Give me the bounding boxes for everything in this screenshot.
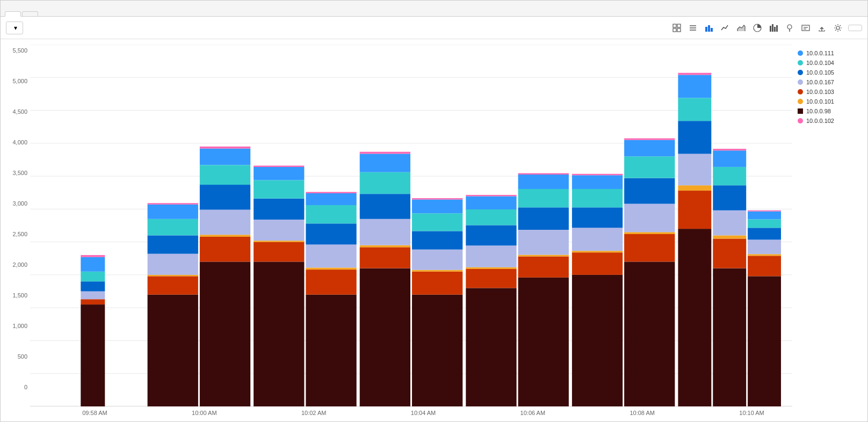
bar-segment (518, 207, 569, 230)
bar-segment (466, 225, 516, 245)
bar-segment (148, 254, 198, 275)
legend-item: 10.0.0.98 (798, 108, 857, 114)
bar-segment (518, 255, 569, 257)
bar-segment (360, 172, 410, 194)
legend-color (798, 108, 803, 114)
x-axis: 09:58 AM10:00 AM10:02 AM10:04 AM10:06 AM… (30, 406, 816, 421)
x-axis-label: 09:58 AM (82, 410, 107, 416)
svg-rect-13 (774, 27, 776, 32)
bar-segment (713, 210, 746, 236)
tab-messages[interactable] (5, 11, 21, 17)
bar-segment (306, 270, 356, 295)
list-icon[interactable] (687, 22, 699, 34)
bar-segment (81, 257, 105, 272)
bar-segment (624, 234, 675, 262)
bar-segment (466, 267, 516, 269)
time-compare-dropdown[interactable]: ▾ (6, 21, 23, 34)
chart-area: 5,5005,0004,5004,0003,5003,0002,5002,000… (1, 39, 867, 421)
pin-icon[interactable] (784, 22, 795, 34)
svg-rect-11 (770, 26, 771, 32)
bar-segment (572, 175, 623, 189)
table-icon[interactable] (671, 22, 683, 34)
bar-segment (624, 204, 675, 232)
toolbar-left: ▾ (6, 21, 23, 34)
bar-segment (466, 269, 516, 288)
line-chart-icon[interactable] (719, 22, 731, 34)
bar-segment (748, 228, 781, 239)
tab-bar (1, 1, 867, 17)
export-icon[interactable] (816, 22, 828, 34)
svg-rect-1 (677, 24, 681, 27)
area-chart-icon[interactable] (735, 22, 747, 34)
bar-segment (678, 75, 711, 98)
svg-point-21 (836, 26, 840, 30)
legend-item: 10.0.0.103 (798, 89, 857, 95)
y-axis-label: 5,500 (12, 47, 30, 54)
bar-segment (572, 251, 623, 252)
chevron-down-icon: ▾ (14, 24, 17, 32)
bar-segment (748, 276, 781, 406)
y-axis-label: 4,000 (12, 139, 30, 145)
svg-point-15 (787, 25, 792, 29)
bar-segment (713, 150, 746, 167)
bar-segment (148, 205, 198, 219)
y-axis-label: 4,500 (12, 108, 30, 115)
text-box-icon[interactable] (800, 22, 812, 34)
bar-segment (412, 213, 462, 231)
x-axis-label: 10:00 AM (192, 410, 216, 416)
bar-segment (306, 193, 356, 205)
legend-color (798, 70, 803, 75)
x-axis-label: 10:02 AM (301, 410, 326, 416)
legend-label: 10.0.0.111 (806, 50, 834, 56)
legend-label: 10.0.0.105 (806, 69, 834, 76)
legend-item: 10.0.0.111 (798, 50, 857, 56)
bar-segment (148, 203, 198, 205)
bar-segment (254, 166, 304, 168)
legend: 10.0.0.11110.0.0.10410.0.0.10510.0.0.167… (792, 45, 862, 421)
tab-aggregates[interactable] (22, 11, 38, 16)
legend-color (798, 118, 803, 123)
bar-segment (360, 247, 410, 268)
bar-segment (412, 270, 462, 272)
x-axis-label: 10:08 AM (630, 410, 654, 416)
bar-segment (678, 229, 711, 406)
bar-segment (81, 292, 105, 300)
pie-chart-icon[interactable] (751, 22, 763, 34)
bar-segment (624, 261, 675, 406)
add-to-dashboard-button[interactable] (848, 25, 862, 31)
chart-main: 5,5005,0004,5004,0003,5003,0002,5002,000… (6, 45, 792, 421)
bar-segment (748, 256, 781, 276)
bar-segment (200, 261, 250, 406)
bar-segment (466, 209, 516, 225)
bar-segment (518, 189, 569, 207)
svg-rect-0 (673, 24, 676, 27)
legend-item: 10.0.0.102 (798, 118, 857, 124)
legend-item: 10.0.0.101 (798, 98, 857, 105)
settings-icon[interactable] (832, 22, 844, 34)
bar-segment (306, 205, 356, 223)
bar-segment (412, 272, 462, 295)
multi-chart-icon[interactable] (768, 22, 779, 34)
bar-segment (360, 245, 410, 248)
svg-rect-8 (708, 25, 710, 32)
bar-segment (748, 254, 781, 256)
legend-label: 10.0.0.98 (806, 108, 831, 114)
bar-chart-icon[interactable] (703, 22, 715, 34)
bar-segment (748, 212, 781, 220)
x-axis-label: 10:06 AM (520, 410, 545, 416)
legend-color (798, 50, 803, 56)
bar-segment (306, 223, 356, 244)
bar-segment (200, 185, 250, 210)
app-container: ▾ (0, 0, 868, 422)
bar-segment (466, 245, 516, 267)
toolbar: ▾ (1, 17, 867, 39)
svg-rect-14 (776, 25, 778, 32)
bar-segment (713, 185, 746, 210)
y-axis: 5,5005,0004,5004,0003,5003,0002,5002,000… (6, 45, 30, 406)
svg-rect-9 (711, 28, 713, 32)
bar-segment (624, 140, 675, 157)
bar-segment (678, 185, 711, 191)
bar-segment (412, 231, 462, 249)
bar-segment (466, 195, 516, 197)
bar-segment (148, 235, 198, 253)
